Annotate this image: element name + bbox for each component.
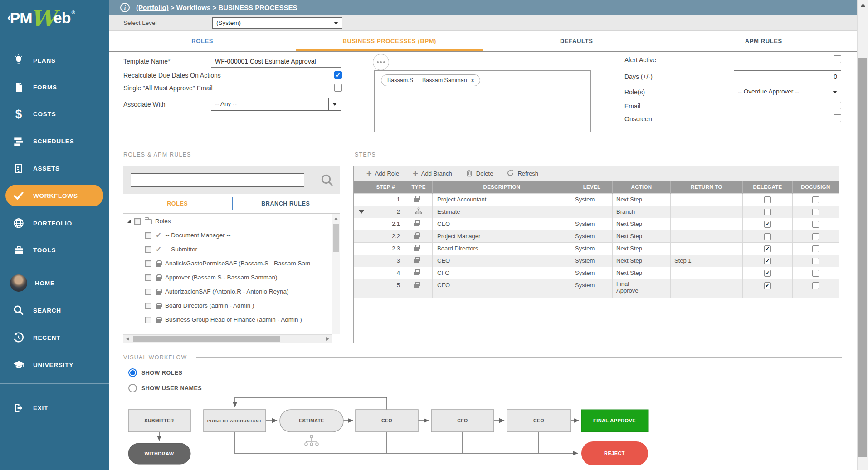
roles-dropdown[interactable]: -- Overdue Approver -- xyxy=(734,86,841,98)
sidebar-item-assets[interactable]: ASSETS xyxy=(0,157,109,179)
docusign-checkbox[interactable] xyxy=(812,196,819,203)
scrollbar-thumb[interactable] xyxy=(333,224,339,252)
tree-item[interactable]: AutorizacionSAF (Antonio.R - Antonio Rey… xyxy=(123,284,332,299)
chevron-down-icon[interactable] xyxy=(330,18,342,28)
chevron-down-icon[interactable] xyxy=(328,98,341,110)
tree-root-roles[interactable]: Roles xyxy=(123,214,332,228)
page-scrollbar[interactable] xyxy=(857,0,868,470)
tree-item[interactable]: Business Group Head of Finance (admin - … xyxy=(123,313,332,327)
sidebar-item-search[interactable]: SEARCH xyxy=(0,299,109,321)
breadcrumb-portfolio-link[interactable]: (Portfolio) xyxy=(136,4,169,11)
tree-horizontal-scrollbar[interactable] xyxy=(123,334,332,343)
tab-apm-rules[interactable]: APM RULES xyxy=(670,31,858,51)
days-input[interactable] xyxy=(734,70,841,83)
delegate-checkbox[interactable] xyxy=(764,221,771,228)
delegate-checkbox[interactable] xyxy=(764,270,771,277)
docusign-checkbox[interactable] xyxy=(812,245,819,252)
delete-button[interactable]: Delete xyxy=(466,169,493,178)
associate-with-dropdown[interactable]: -- Any -- xyxy=(211,98,341,111)
tree-item[interactable]: ✓-- Submitter -- xyxy=(123,242,332,256)
tab-panel-roles[interactable]: ROLES xyxy=(123,201,232,207)
tree-checkbox[interactable] xyxy=(145,246,151,253)
delegate-checkbox[interactable] xyxy=(764,209,771,215)
scroll-right-icon[interactable] xyxy=(326,337,329,341)
sidebar-item-schedules[interactable]: SCHEDULES xyxy=(0,130,109,152)
search-icon[interactable] xyxy=(320,173,334,187)
radio-icon[interactable] xyxy=(128,384,137,392)
remove-tag-icon[interactable]: x xyxy=(471,77,474,83)
docusign-checkbox[interactable] xyxy=(812,209,819,215)
info-icon[interactable]: i xyxy=(120,3,130,12)
notify-users-box[interactable]: Bassam.S Bassam Samman x xyxy=(374,70,591,132)
delegate-checkbox[interactable] xyxy=(764,196,771,203)
scrollbar-thumb[interactable] xyxy=(133,336,280,342)
step-row[interactable]: 2.2 Project Manager System Next Step xyxy=(354,230,839,242)
tab-defaults[interactable]: DEFAULTS xyxy=(483,31,670,51)
scroll-up-icon[interactable] xyxy=(861,3,865,7)
ellipsis-button[interactable] xyxy=(373,54,389,70)
sidebar-item-costs[interactable]: $COSTS xyxy=(0,103,109,125)
tree-checkbox[interactable] xyxy=(145,303,151,309)
show-user-names-radio[interactable]: SHOW USER NAMES xyxy=(128,384,202,392)
sidebar-item-forms[interactable]: FORMS xyxy=(0,76,109,98)
onscreen-checkbox[interactable] xyxy=(834,114,841,122)
chevron-down-icon[interactable] xyxy=(829,86,841,98)
docusign-checkbox[interactable] xyxy=(812,258,819,264)
sidebar-item-portfolio[interactable]: PORTFOLIO xyxy=(0,212,109,234)
expand-icon[interactable] xyxy=(127,219,131,223)
step-row[interactable]: 1 Project Accountant System Next Step xyxy=(354,193,839,206)
step-row[interactable]: 2.3 Board Directors System Next Step xyxy=(354,242,839,255)
sidebar-item-recent[interactable]: RECENT xyxy=(0,327,109,348)
tab-branch-rules[interactable]: BRANCH RULES xyxy=(232,201,340,207)
tree-checkbox[interactable] xyxy=(145,317,151,323)
step-row[interactable]: 2.1 CEO System Next Step xyxy=(354,218,839,230)
email-checkbox[interactable] xyxy=(834,102,841,109)
tree-item[interactable]: Approver (Bassam.S - Bassam Samman) xyxy=(123,270,332,284)
sidebar-item-tools[interactable]: TOOLS xyxy=(0,239,109,261)
recalc-checkbox[interactable] xyxy=(334,71,342,79)
refresh-button[interactable]: Refresh xyxy=(507,169,538,178)
tree-checkbox[interactable] xyxy=(145,289,151,295)
delegate-checkbox[interactable] xyxy=(764,282,771,289)
step-row-branch[interactable]: 2 Estimate Branch xyxy=(354,206,839,218)
scroll-left-icon[interactable] xyxy=(126,337,129,341)
tree-checkbox[interactable] xyxy=(134,218,141,225)
tree-checkbox[interactable] xyxy=(145,260,151,267)
delegate-checkbox[interactable] xyxy=(764,245,771,252)
alert-active-checkbox[interactable] xyxy=(834,55,841,63)
roles-search-input[interactable] xyxy=(131,173,304,187)
tree-item[interactable]: Board Directors (admin - Admin ) xyxy=(123,299,332,313)
tree-checkbox[interactable] xyxy=(145,232,151,239)
delegate-checkbox[interactable] xyxy=(764,258,771,264)
template-name-input[interactable] xyxy=(211,55,341,68)
tree-checkbox[interactable] xyxy=(145,274,151,281)
add-branch-button[interactable]: +Add Branch xyxy=(413,170,452,177)
step-row[interactable]: 3 CEO System Next Step Step 1 xyxy=(354,255,839,267)
scrollbar-thumb[interactable] xyxy=(858,58,867,457)
collapse-icon[interactable] xyxy=(359,210,364,214)
tree-item[interactable]: ✓-- Document Manager -- xyxy=(123,228,332,242)
tree-vertical-scrollbar[interactable] xyxy=(332,214,340,334)
docusign-checkbox[interactable] xyxy=(812,282,819,289)
step-row[interactable]: 5 CEO System Final Approve xyxy=(354,279,839,298)
tab-business-processes[interactable]: BUSINESS PROCESSES (BPM) xyxy=(296,31,483,51)
pmweb-logo[interactable]: ‹PMWeb® xyxy=(7,9,75,27)
sidebar-item-home[interactable]: HOME xyxy=(0,272,109,294)
delegate-checkbox[interactable] xyxy=(764,233,771,240)
docusign-checkbox[interactable] xyxy=(812,233,819,240)
tree-item[interactable]: AnalisisGastoPermisoSAF (Bassam.S - Bass… xyxy=(123,256,332,270)
sidebar-item-exit[interactable]: EXIT xyxy=(0,397,109,419)
show-roles-radio[interactable]: SHOW ROLES xyxy=(128,368,182,377)
sidebar-item-plans[interactable]: PLANS xyxy=(0,49,109,71)
add-role-button[interactable]: +Add Role xyxy=(366,170,399,177)
sidebar-item-workflows[interactable]: WORKFLOWS xyxy=(5,185,103,206)
radio-selected-icon[interactable] xyxy=(128,368,137,377)
single-email-checkbox[interactable] xyxy=(334,84,342,92)
select-level-dropdown[interactable]: (System) xyxy=(212,17,342,29)
tab-roles[interactable]: ROLES xyxy=(109,31,296,51)
step-row[interactable]: 4 CFO System Next Step xyxy=(354,267,839,279)
sidebar-item-university[interactable]: UNIVERSITY xyxy=(0,354,109,376)
docusign-checkbox[interactable] xyxy=(812,270,819,277)
scroll-up-icon[interactable] xyxy=(334,217,338,220)
docusign-checkbox[interactable] xyxy=(812,221,819,228)
